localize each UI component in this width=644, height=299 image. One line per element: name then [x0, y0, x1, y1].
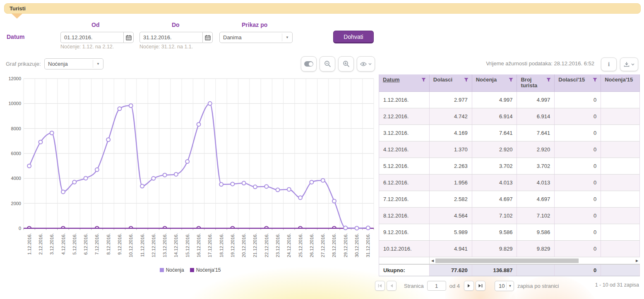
chart-canvas: 0200040006000800010000120001.12.2016.2.1… — [6, 74, 375, 265]
filter-icon[interactable] — [546, 78, 551, 82]
table-row[interactable]: 10.12.2016.4.9419.8299.8290 — [379, 241, 640, 257]
scrollbar-track[interactable] — [435, 258, 634, 263]
last-page-button[interactable] — [476, 281, 485, 291]
svg-text:29.12.2016.: 29.12.2016. — [343, 233, 348, 257]
svg-text:2.12.2016.: 2.12.2016. — [38, 233, 43, 255]
dohvati-button[interactable]: Dohvati — [333, 31, 374, 43]
filter-icon[interactable] — [464, 78, 469, 82]
column-label[interactable]: Datum — [383, 77, 399, 83]
series-visibility-button[interactable] — [357, 56, 375, 72]
previous-page-button[interactable] — [387, 281, 396, 291]
legend-item[interactable]: Noćenja'15 — [190, 267, 221, 273]
column-label[interactable]: Noćenja — [476, 77, 497, 83]
table-row[interactable]: 8.12.2016.4.5647.1027.1020 — [379, 208, 640, 224]
table-row[interactable]: 6.12.2016.1.9564.0134.0130 — [379, 175, 640, 191]
line-chart[interactable]: 0200040006000800010000120001.12.2016.2.1… — [6, 74, 375, 265]
table-row[interactable]: 7.12.2016.2.5824.6974.6970 — [379, 191, 640, 208]
horizontal-scrollbar[interactable]: ◀ ▶ — [430, 257, 640, 264]
zoom-out-icon — [324, 60, 331, 67]
svg-text:3.12.2016.: 3.12.2016. — [49, 233, 54, 255]
svg-text:1.12.2016.: 1.12.2016. — [27, 233, 32, 255]
column-header-broj-turista[interactable]: Broj turista — [517, 74, 555, 91]
date-from-hint: Noćenje: 1.12. na 2.12. — [60, 44, 114, 50]
svg-text:4000: 4000 — [11, 176, 21, 181]
table-cell: 9.12.2016. — [379, 224, 430, 240]
table-cell: 1.956 — [430, 175, 472, 191]
filter-icon[interactable] — [593, 78, 597, 82]
svg-text:20.12.2016.: 20.12.2016. — [241, 233, 246, 257]
filter-icon[interactable] — [421, 78, 426, 82]
table-row[interactable]: 9.12.2016.5.9899.5869.5860 — [379, 224, 640, 241]
date-to-calendar-button[interactable] — [202, 32, 213, 43]
column-header-no-enja-15[interactable]: Noćenja'15 — [601, 74, 640, 91]
header-pointer-icon — [12, 14, 22, 19]
scroll-right-arrow-icon[interactable]: ▶ — [634, 257, 640, 264]
total-cell — [601, 265, 640, 276]
table-row[interactable]: 5.12.2016.2.2633.7023.7020 — [379, 158, 640, 175]
table-cell: 0 — [555, 175, 601, 191]
svg-text:6000: 6000 — [11, 151, 21, 156]
page-number-input[interactable] — [427, 281, 446, 291]
table-cell: 7.641 — [472, 125, 517, 141]
table-cell: 0 — [555, 208, 601, 224]
date-to-hint: Noćenje: 31.12. na 1.1. — [139, 44, 193, 50]
scrollbar-thumb[interactable] — [435, 258, 579, 263]
table-cell — [601, 241, 640, 257]
page-size-select[interactable]: 10 ▼ — [495, 281, 514, 291]
data-freshness-label: Vrijeme ažurnosti podataka: 28.12.2016. … — [486, 60, 594, 67]
table-row[interactable]: 1.12.2016.2.9774.9974.9970 — [379, 92, 640, 108]
table-cell: 6.12.2016. — [379, 175, 430, 191]
table-scroll-row: ◀ ▶ — [379, 257, 640, 264]
chart-toggle-button[interactable] — [301, 56, 317, 72]
table-cell: 4.697 — [517, 191, 555, 207]
table-row[interactable]: 3.12.2016.4.1697.6417.6410 — [379, 125, 640, 141]
scroll-left-arrow-icon[interactable]: ◀ — [430, 257, 435, 264]
date-to-input[interactable] — [139, 32, 202, 43]
svg-text:5.12.2016.: 5.12.2016. — [72, 233, 77, 255]
table-cell: 1.12.2016. — [379, 92, 430, 108]
filter-icon[interactable] — [509, 78, 513, 82]
svg-text:17.12.2016.: 17.12.2016. — [207, 233, 212, 257]
table-header-row: DatumDolasciNoćenjaBroj turistaDolasci'1… — [379, 74, 640, 92]
column-label[interactable]: Dolasci'15 — [558, 77, 585, 83]
svg-text:13.12.2016.: 13.12.2016. — [162, 233, 167, 257]
previous-page-icon — [389, 284, 394, 288]
date-from-group — [60, 32, 134, 43]
legend-item[interactable]: Noćenja — [160, 267, 184, 273]
od-label: Od — [91, 22, 99, 28]
table-cell: 5.989 — [430, 224, 472, 240]
zoom-in-button[interactable] — [338, 56, 354, 72]
column-header-dolasci[interactable]: Dolasci — [430, 74, 472, 91]
column-label[interactable]: Noćenja'15 — [605, 77, 633, 83]
svg-text:18.12.2016.: 18.12.2016. — [219, 233, 224, 257]
column-header-no-enja[interactable]: Noćenja — [472, 74, 517, 91]
svg-text:11.12.2016.: 11.12.2016. — [140, 233, 145, 257]
column-header-dolasci-15[interactable]: Dolasci'15 — [555, 74, 601, 91]
info-button[interactable]: i — [601, 57, 617, 71]
svg-text:7.12.2016.: 7.12.2016. — [94, 233, 99, 255]
svg-text:23.12.2016.: 23.12.2016. — [275, 233, 280, 257]
svg-text:28.12.2016.: 28.12.2016. — [332, 233, 336, 257]
first-page-button[interactable] — [375, 281, 385, 291]
svg-text:2000: 2000 — [11, 201, 21, 206]
table-cell: 3.12.2016. — [379, 125, 430, 141]
prikaz-po-label: Prikaz po — [242, 22, 267, 28]
table-row[interactable]: 4.12.2016.1.3702.9202.9200 — [379, 141, 640, 158]
column-label[interactable]: Broj turista — [521, 77, 546, 89]
total-cell: 0 — [555, 265, 601, 276]
table-cell: 2.920 — [472, 141, 517, 158]
prikaz-po-select[interactable]: Danima ▼ — [219, 32, 293, 43]
column-header-datum[interactable]: Datum — [379, 74, 430, 91]
next-page-button[interactable] — [464, 281, 474, 291]
date-from-calendar-button[interactable] — [123, 32, 134, 43]
column-label[interactable]: Dolasci — [433, 77, 452, 83]
zoom-out-button[interactable] — [320, 56, 335, 72]
graf-prikazuje-select[interactable]: Noćenja ▼ — [44, 58, 103, 69]
svg-text:8.12.2016.: 8.12.2016. — [106, 233, 111, 255]
table-row[interactable]: 2.12.2016.4.7426.9146.9140 — [379, 108, 640, 125]
total-cell: 136.887 — [472, 265, 517, 276]
svg-text:16.12.2016.: 16.12.2016. — [196, 233, 201, 257]
export-button[interactable] — [620, 57, 638, 71]
date-from-input[interactable] — [60, 32, 123, 43]
table-cell: 0 — [555, 224, 601, 240]
